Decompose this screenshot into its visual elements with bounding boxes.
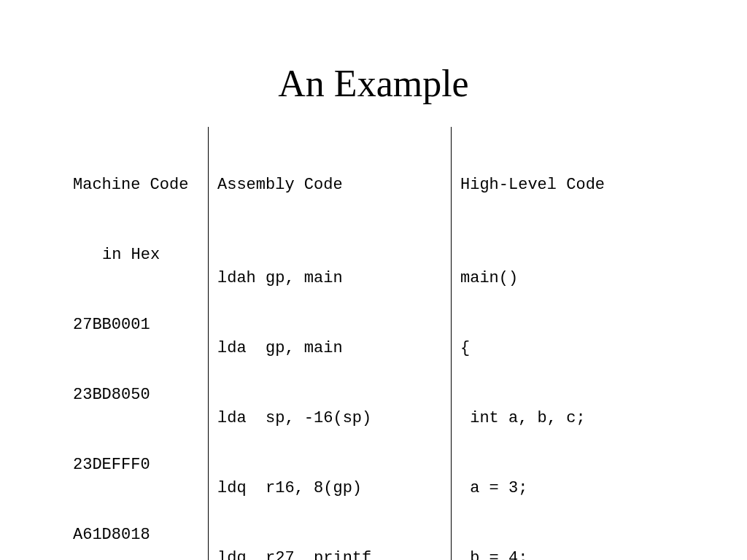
c-line: main() xyxy=(460,267,701,290)
code-columns: Machine Code in Hex 27BB0001 23BD8050 23… xyxy=(0,127,747,560)
asm-line: ldq r27, printf xyxy=(217,547,451,560)
slide: An Example Machine Code in Hex 27BB0001 … xyxy=(0,0,747,560)
slide-title: An Example xyxy=(0,62,747,105)
col1-subheader: in Hex xyxy=(73,244,208,267)
asm-line: ldah gp, main xyxy=(217,267,451,290)
hex-line: 27BB0001 xyxy=(73,314,208,337)
asm-line: ldq r16, 8(gp) xyxy=(217,477,451,500)
c-line: b = 4; xyxy=(460,547,701,560)
col2-header: Assembly Code xyxy=(217,174,451,197)
column-assembly-code: Assembly Code ldah gp, main lda gp, main… xyxy=(208,127,451,560)
hex-line: 23BD8050 xyxy=(73,384,208,407)
column-machine-code: Machine Code in Hex 27BB0001 23BD8050 23… xyxy=(73,127,208,560)
col1-header: Machine Code xyxy=(73,174,208,197)
hex-line: A61D8018 xyxy=(73,524,208,547)
asm-line: lda sp, -16(sp) xyxy=(217,407,451,430)
c-line: int a, b, c; xyxy=(460,407,701,430)
c-line: a = 3; xyxy=(460,477,701,500)
column-high-level-code: High-Level Code main() { int a, b, c; a … xyxy=(451,127,701,560)
asm-line: lda gp, main xyxy=(217,337,451,360)
col3-header: High-Level Code xyxy=(460,174,701,197)
c-line: { xyxy=(460,337,701,360)
hex-line: 23DEFFF0 xyxy=(73,454,208,477)
